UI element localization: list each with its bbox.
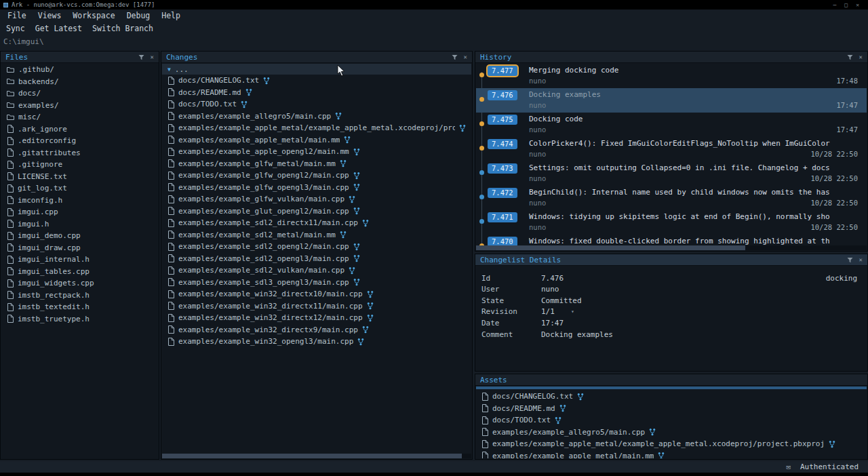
close-panel-icon[interactable]: ✕ xyxy=(464,54,467,60)
changed-file-row[interactable]: examples/example_glfw_metal/main.mm xyxy=(162,158,471,170)
changed-file-row[interactable]: examples/example_win32_opengl3/main.cpp xyxy=(162,336,471,348)
file-tree-item[interactable]: imgui_tables.cpp xyxy=(1,266,158,278)
history-commit-row[interactable]: 7.475Docking codenuno17:47 xyxy=(476,113,867,137)
close-icon[interactable]: ✕ xyxy=(856,2,859,8)
commit-dot-icon xyxy=(479,73,484,77)
changed-file-row[interactable]: examples/example_apple_opengl2/main.mm xyxy=(162,146,471,158)
file-tree-item[interactable]: imstb_truetype.h xyxy=(1,313,158,325)
toolbar-button-switch-branch[interactable]: Switch Branch xyxy=(92,24,153,33)
toolbar-button-sync[interactable]: Sync xyxy=(6,24,25,33)
asset-row[interactable]: docs/README.md xyxy=(476,403,867,415)
changed-file-row[interactable]: examples/example_win32_directx10/main.cp… xyxy=(162,288,471,300)
file-tree-item[interactable]: imstb_textedit.h xyxy=(1,301,158,313)
changed-file-row[interactable]: examples/example_win32_directx9/main.cpp xyxy=(162,324,471,336)
file-tree-item[interactable]: examples/ xyxy=(1,100,158,112)
changed-file-row[interactable]: docs/TODO.txt xyxy=(162,98,471,111)
file-tree-item[interactable]: imgui_draw.cpp xyxy=(1,242,158,254)
file-tree-item[interactable]: .ark_ignore xyxy=(1,123,158,136)
file-tree-item[interactable]: imgui_widgets.cpp xyxy=(1,277,158,290)
file-icon xyxy=(167,266,174,275)
horizontal-scrollbar[interactable] xyxy=(162,454,471,458)
commit-dot-icon xyxy=(479,195,484,199)
changed-file-row[interactable]: examples/example_apple_metal/main.mm xyxy=(162,134,471,146)
changed-status-icon xyxy=(335,112,342,120)
file-icon xyxy=(167,183,174,191)
changed-file-row[interactable]: examples/example_glut_opengl2/main.cpp xyxy=(162,205,471,218)
file-tree-item[interactable]: misc/ xyxy=(1,111,158,123)
filter-icon[interactable] xyxy=(452,54,458,60)
horizontal-scrollbar[interactable] xyxy=(476,245,867,250)
detail-field-state: StateCommitted xyxy=(476,295,867,306)
file-tree-item[interactable]: imgui_demo.cpp xyxy=(1,230,158,242)
changed-file-row[interactable]: examples/example_win32_directx11/main.cp… xyxy=(162,300,471,313)
file-icon xyxy=(7,279,14,287)
changes-panel-title: Changes xyxy=(166,53,197,62)
close-panel-icon[interactable]: ✕ xyxy=(859,54,863,60)
changed-file-row[interactable]: examples/example_win32_directx12/main.cp… xyxy=(162,312,471,324)
file-tree-item[interactable]: git_log.txt xyxy=(1,182,158,195)
file-tree-item[interactable]: .gitignore xyxy=(1,159,158,171)
changed-file-row[interactable]: examples/example_sdl3_opengl3/main.cpp xyxy=(162,277,471,289)
file-tree-item[interactable]: imgui.h xyxy=(1,218,158,231)
asset-row[interactable]: examples/example_apple_metal/main.mm xyxy=(476,450,867,459)
filter-icon[interactable] xyxy=(138,54,144,60)
expander-icon[interactable]: ▼ xyxy=(167,66,171,73)
changed-file-row[interactable]: examples/example_glfw_opengl3/main.cpp xyxy=(162,182,471,194)
history-commit-row[interactable]: 7.472BeginChild(): Internal name used by… xyxy=(476,186,867,210)
changed-file-row[interactable]: docs/CHANGELOG.txt xyxy=(162,75,471,87)
asset-row[interactable]: docs/CHANGELOG.txt xyxy=(476,391,867,403)
menu-item-debug[interactable]: Debug xyxy=(127,11,151,20)
file-tree-item[interactable]: .github/ xyxy=(1,64,158,76)
close-panel-icon[interactable]: ✕ xyxy=(859,256,863,263)
dropdown-arrow-icon[interactable]: ▾ xyxy=(571,309,574,315)
changed-file-row[interactable]: examples/example_sdl2_opengl3/main.cpp xyxy=(162,253,471,265)
history-commit-row[interactable]: 7.471Windows: tidying up skipitems logic… xyxy=(476,210,867,235)
filter-icon[interactable] xyxy=(847,54,853,60)
changed-file-row[interactable]: examples/example_apple_metal/example_app… xyxy=(162,122,471,134)
scrollbar-thumb[interactable] xyxy=(476,245,745,250)
asset-row[interactable]: docs/TODO.txt xyxy=(476,414,867,427)
file-tree-item[interactable]: LICENSE.txt xyxy=(1,171,158,183)
changed-file-row[interactable]: examples/example_glfw_opengl2/main.cpp xyxy=(162,170,471,182)
file-tree-item[interactable]: imgui_internal.h xyxy=(1,254,158,266)
changed-file-row[interactable]: docs/README.md xyxy=(162,87,471,99)
changes-root-row[interactable]: ▼... xyxy=(162,64,471,75)
file-tree-item[interactable]: backends/ xyxy=(1,76,158,88)
close-panel-icon[interactable]: ✕ xyxy=(151,54,154,60)
file-tree-item[interactable]: .gitattributes xyxy=(1,147,158,159)
changed-status-icon xyxy=(353,254,360,262)
file-icon xyxy=(167,254,174,262)
changed-file-row[interactable]: examples/example_sdl2_directx11/main.cpp xyxy=(162,217,471,229)
menu-item-file[interactable]: File xyxy=(7,11,26,20)
menu-item-workspace[interactable]: Workspace xyxy=(73,11,115,20)
mail-icon[interactable]: ✉ xyxy=(786,462,791,471)
file-tree-item[interactable]: imstb_rectpack.h xyxy=(1,290,158,302)
minimize-icon[interactable]: ─ xyxy=(833,2,837,8)
file-tree-item[interactable]: docs/ xyxy=(1,87,158,100)
file-icon xyxy=(167,136,174,144)
changed-status-icon xyxy=(367,302,374,310)
history-commit-row[interactable]: 7.477Merging docking codenuno17:48 xyxy=(476,64,867,88)
file-tree-item[interactable]: imconfig.h xyxy=(1,195,158,207)
menu-item-views[interactable]: Views xyxy=(38,11,62,20)
menu-item-help[interactable]: Help xyxy=(161,11,180,20)
changed-file-path: examples/example_apple_metal/main.mm xyxy=(178,136,340,144)
file-tree-item[interactable]: .editorconfig xyxy=(1,135,158,147)
asset-row[interactable]: examples/example_apple_metal/example_app… xyxy=(476,438,867,450)
changed-file-row[interactable]: examples/example_sdl2_opengl2/main.cpp xyxy=(162,241,471,253)
history-commit-row[interactable]: 7.473Settings: omit outputing Collapsed=… xyxy=(476,161,867,186)
filter-icon[interactable] xyxy=(847,257,853,263)
changed-file-row[interactable]: examples/example_glfw_vulkan/main.cpp xyxy=(162,193,471,205)
scrollbar-thumb[interactable] xyxy=(162,454,462,458)
toolbar-button-get-latest[interactable]: Get Latest xyxy=(35,24,82,33)
file-tree-item[interactable]: imgui.cpp xyxy=(1,206,158,218)
changed-file-row[interactable]: examples/example_allegro5/main.cpp xyxy=(162,111,471,123)
maximize-icon[interactable]: □ xyxy=(844,2,848,8)
file-icon xyxy=(481,428,488,436)
changed-file-path: examples/example_allegro5/main.cpp xyxy=(178,112,331,121)
history-commit-row[interactable]: 7.474ColorPicker4(): Fixed ImGuiColorEdi… xyxy=(476,137,867,161)
history-commit-row[interactable]: 7.476Docking examplesnuno17:47 xyxy=(476,88,867,113)
changed-file-row[interactable]: examples/example_sdl2_metal/main.mm xyxy=(162,229,471,241)
changed-file-row[interactable]: examples/example_sdl2_vulkan/main.cpp xyxy=(162,264,471,277)
asset-row[interactable]: examples/example_allegro5/main.cpp xyxy=(476,427,867,439)
